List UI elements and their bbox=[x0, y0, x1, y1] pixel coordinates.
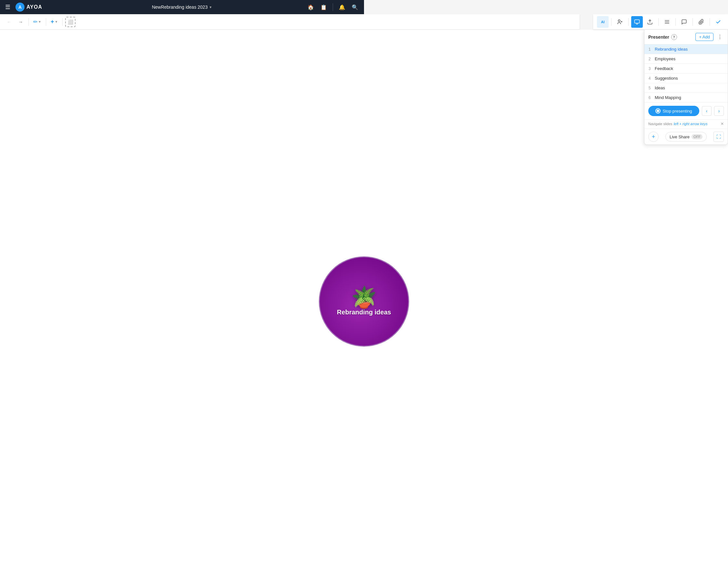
tasks-button[interactable]: 📋 bbox=[319, 2, 329, 12]
toolbar-divider-1 bbox=[29, 18, 29, 26]
document-title[interactable]: NewRebranding ideas 2023 ▼ bbox=[152, 4, 212, 10]
logo-text: AYOA bbox=[27, 4, 42, 10]
logo-icon: A bbox=[15, 3, 25, 12]
draw-icon: ✏ bbox=[33, 19, 38, 25]
add-caret-icon: ▼ bbox=[54, 20, 58, 23]
select-button[interactable]: ⬜ bbox=[65, 17, 76, 27]
draw-button[interactable]: ✏ ▼ bbox=[31, 17, 43, 27]
slide-display: 🪴 Rebranding ideas bbox=[319, 256, 364, 286]
add-icon: + bbox=[51, 18, 54, 25]
home-button[interactable]: 🏠 bbox=[305, 2, 316, 12]
redo-button[interactable]: → bbox=[15, 17, 26, 27]
add-button[interactable]: + ▼ bbox=[49, 17, 60, 27]
toolbar-divider-3 bbox=[62, 18, 63, 26]
hamburger-menu[interactable]: ☰ bbox=[4, 2, 12, 12]
logo: A AYOA bbox=[15, 3, 42, 12]
title-text: NewRebranding ideas 2023 bbox=[152, 4, 208, 10]
draw-caret-icon: ▼ bbox=[38, 20, 41, 23]
top-nav: ☰ A AYOA NewRebranding ideas 2023 ▼ 🏠 📋 … bbox=[0, 0, 364, 14]
title-caret-icon: ▼ bbox=[209, 5, 212, 9]
notification-button[interactable]: 🔔 bbox=[337, 2, 347, 12]
nav-right-icons: 🏠 📋 🔔 🔍 bbox=[305, 2, 360, 12]
undo-button[interactable]: ← bbox=[4, 17, 14, 27]
search-button[interactable]: 🔍 bbox=[350, 2, 360, 12]
nav-divider-1 bbox=[333, 3, 333, 11]
main-toolbar: ← → ✏ ▼ + ▼ ⬜ bbox=[0, 14, 364, 30]
main-canvas: 🪴 Rebranding ideas bbox=[0, 30, 364, 286]
